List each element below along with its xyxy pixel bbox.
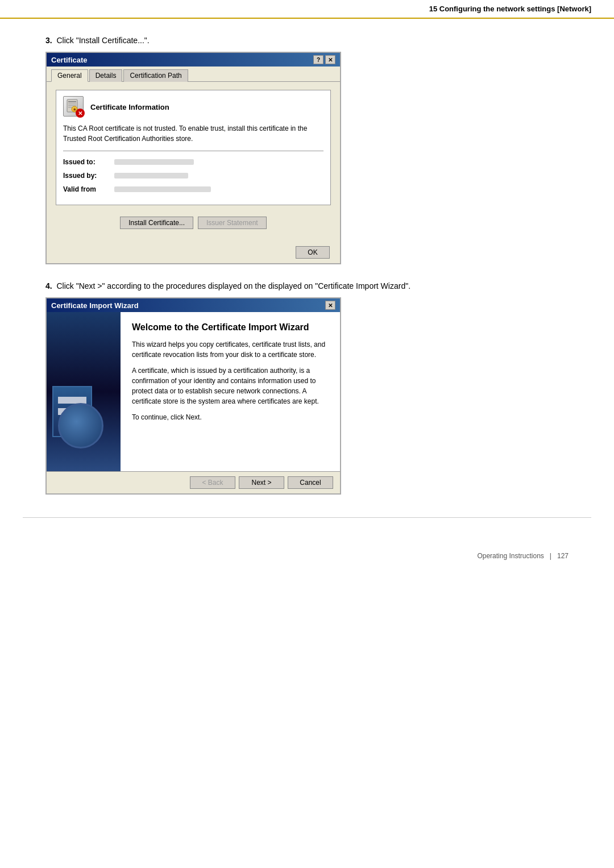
wizard-para1: This wizard helps you copy certificates,… <box>132 339 329 360</box>
wizard-para3: To continue, click Next. <box>132 412 329 422</box>
certificate-dialog-title: Certificate <box>51 56 88 64</box>
ok-button[interactable]: OK <box>296 246 330 259</box>
cert-icon: ★ ✕ <box>63 96 85 118</box>
wizard-content: Welcome to the Certificate Import Wizard… <box>121 312 340 471</box>
issued-by-value <box>114 173 188 178</box>
footer-label: Operating Instructions <box>477 552 544 560</box>
issued-by-field: Issued by: <box>63 172 323 180</box>
page-header: 15 Configuring the network settings [Net… <box>0 0 614 19</box>
step4-section: 4. Click "Next >" according to the proce… <box>45 281 569 495</box>
cert-info-text: This CA Root certificate is not trusted.… <box>63 123 323 144</box>
valid-from-label: Valid from <box>63 185 114 193</box>
footer-page: 127 <box>557 552 569 560</box>
titlebar-buttons: ? ✕ <box>313 55 335 64</box>
cert-info-box: ★ ✕ Certificate Information This CA Root… <box>56 90 331 205</box>
svg-rect-1 <box>68 101 76 102</box>
step3-section: 3. Click "Install Certificate...". Certi… <box>45 36 569 264</box>
wizard-title: Certificate Import Wizard <box>51 301 139 310</box>
issuer-statement-button[interactable]: Issuer Statement <box>198 217 267 229</box>
help-button[interactable]: ? <box>313 55 323 64</box>
cert-info-header: ★ ✕ Certificate Information <box>63 96 323 118</box>
main-content: 3. Click "Install Certificate...". Certi… <box>0 19 614 517</box>
next-button[interactable]: Next > <box>239 476 284 489</box>
certificate-dialog: Certificate ? ✕ General Details Certific… <box>45 52 341 264</box>
close-button[interactable]: ✕ <box>325 55 335 64</box>
wizard-dialog: Certificate Import Wizard ✕ Welcome to t… <box>45 297 341 495</box>
certificate-dialog-inner: ★ ✕ Certificate Information This CA Root… <box>47 82 340 243</box>
header-title: 15 Configuring the network settings [Net… <box>429 5 591 13</box>
certificate-titlebar: Certificate ? ✕ <box>47 53 340 67</box>
cert-divider <box>63 151 323 151</box>
issued-to-label: Issued to: <box>63 158 114 166</box>
wizard-footer: < Back Next > Cancel <box>47 471 340 493</box>
wizard-para2: A certificate, which is issued by a cert… <box>132 366 329 406</box>
issued-to-field: Issued to: <box>63 158 323 166</box>
tab-general[interactable]: General <box>51 69 88 82</box>
wizard-close-button[interactable]: ✕ <box>325 301 335 310</box>
valid-from-value <box>114 186 211 192</box>
cert-action-buttons: Install Certificate... Issuer Statement <box>56 213 331 235</box>
issued-to-value <box>114 159 194 165</box>
cert-info-title: Certificate Information <box>90 103 169 111</box>
wizard-sidebar <box>47 312 121 471</box>
wizard-inner: Welcome to the Certificate Import Wizard… <box>47 312 340 471</box>
step3-label: 3. Click "Install Certificate...". <box>45 36 569 45</box>
step4-label: 4. Click "Next >" according to the proce… <box>45 281 569 290</box>
tabs-row: General Details Certification Path <box>47 67 340 82</box>
cancel-button[interactable]: Cancel <box>288 476 333 489</box>
issued-by-label: Issued by: <box>63 172 114 180</box>
svg-rect-3 <box>68 105 76 106</box>
page-footer-container: Operating Instructions | 127 <box>0 517 614 560</box>
tab-details[interactable]: Details <box>89 69 123 82</box>
valid-from-field: Valid from <box>63 185 323 193</box>
cert-error-badge: ✕ <box>76 109 85 118</box>
wizard-heading: Welcome to the Certificate Import Wizard <box>132 322 329 333</box>
wizard-sidebar-circle <box>58 403 103 448</box>
ok-row: OK <box>47 243 340 263</box>
tab-certification-path[interactable]: Certification Path <box>123 69 188 82</box>
wizard-titlebar: Certificate Import Wizard ✕ <box>47 298 340 312</box>
install-certificate-button[interactable]: Install Certificate... <box>120 217 193 229</box>
back-button[interactable]: < Back <box>190 476 235 489</box>
svg-rect-2 <box>68 103 76 105</box>
page-footer: Operating Instructions | 127 <box>23 552 591 560</box>
footer-divider <box>23 517 591 518</box>
